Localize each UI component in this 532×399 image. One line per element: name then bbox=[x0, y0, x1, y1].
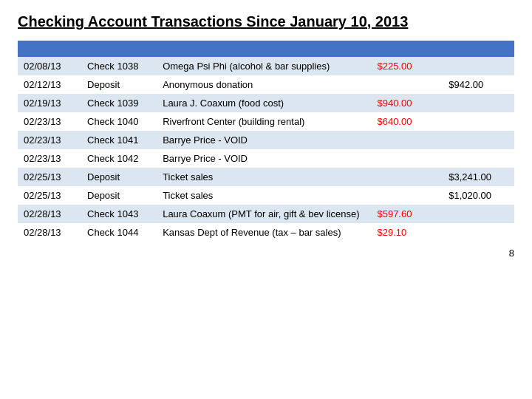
cell-date: 02/25/13 bbox=[18, 168, 81, 186]
table-row: 02/25/13DepositTicket sales$3,241.00 bbox=[18, 168, 514, 186]
cell-type: Check 1039 bbox=[81, 94, 157, 112]
cell-debit: $640.00 bbox=[371, 112, 443, 131]
cell-type: Check 1038 bbox=[81, 57, 157, 75]
table-row: 02/28/13Check 1044Kansas Dept of Revenue… bbox=[18, 223, 514, 242]
cell-debit: $597.60 bbox=[371, 205, 443, 223]
cell-description: Riverfront Center (building rental) bbox=[157, 112, 371, 131]
cell-credit bbox=[443, 94, 514, 112]
page-title: Checking Account Transactions Since Janu… bbox=[18, 13, 514, 30]
cell-type: Deposit bbox=[81, 186, 157, 205]
cell-debit: $29.10 bbox=[371, 223, 443, 242]
cell-type: Deposit bbox=[81, 168, 157, 186]
cell-debit: $225.00 bbox=[371, 57, 443, 75]
table-row: 02/23/13Check 1041Barrye Price - VOID bbox=[18, 131, 514, 149]
cell-type: Check 1044 bbox=[81, 223, 157, 242]
cell-type: Check 1041 bbox=[81, 131, 157, 149]
cell-date: 02/23/13 bbox=[18, 131, 81, 149]
cell-date: 02/23/13 bbox=[18, 149, 81, 168]
cell-credit bbox=[443, 223, 514, 242]
cell-credit bbox=[443, 131, 514, 149]
cell-date: 02/23/13 bbox=[18, 112, 81, 131]
page-number: 8 bbox=[18, 248, 514, 259]
cell-date: 02/08/13 bbox=[18, 57, 81, 75]
cell-debit bbox=[371, 131, 443, 149]
cell-description: Laura Coaxum (PMT for air, gift & bev li… bbox=[157, 205, 371, 223]
col-description bbox=[157, 41, 371, 57]
cell-description: Ticket sales bbox=[157, 168, 371, 186]
cell-description: Kansas Dept of Revenue (tax – bar sales) bbox=[157, 223, 371, 242]
cell-debit bbox=[371, 149, 443, 168]
cell-description: Barrye Price - VOID bbox=[157, 149, 371, 168]
cell-type: Check 1040 bbox=[81, 112, 157, 131]
cell-description: Ticket sales bbox=[157, 186, 371, 205]
cell-description: Anonymous donation bbox=[157, 75, 371, 94]
cell-credit bbox=[443, 149, 514, 168]
cell-description: Omega Psi Phi (alcohol & bar supplies) bbox=[157, 57, 371, 75]
table-row: 02/28/13Check 1043Laura Coaxum (PMT for … bbox=[18, 205, 514, 223]
cell-date: 02/25/13 bbox=[18, 186, 81, 205]
cell-credit: $942.00 bbox=[443, 75, 514, 94]
table-row: 02/19/13Check 1039Laura J. Coaxum (food … bbox=[18, 94, 514, 112]
table-row: 02/25/13DepositTicket sales$1,020.00 bbox=[18, 186, 514, 205]
cell-type: Check 1043 bbox=[81, 205, 157, 223]
cell-date: 02/28/13 bbox=[18, 223, 81, 242]
table-row: 02/08/13Check 1038Omega Psi Phi (alcohol… bbox=[18, 57, 514, 75]
cell-credit bbox=[443, 205, 514, 223]
cell-credit bbox=[443, 57, 514, 75]
cell-debit bbox=[371, 168, 443, 186]
cell-description: Laura J. Coaxum (food cost) bbox=[157, 94, 371, 112]
table-row: 02/23/13Check 1042Barrye Price - VOID bbox=[18, 149, 514, 168]
cell-date: 02/19/13 bbox=[18, 94, 81, 112]
table-row: 02/12/13DepositAnonymous donation$942.00 bbox=[18, 75, 514, 94]
cell-type: Deposit bbox=[81, 75, 157, 94]
cell-description: Barrye Price - VOID bbox=[157, 131, 371, 149]
cell-date: 02/12/13 bbox=[18, 75, 81, 94]
cell-credit: $1,020.00 bbox=[443, 186, 514, 205]
col-debit bbox=[371, 41, 443, 57]
col-credit bbox=[443, 41, 514, 57]
cell-debit bbox=[371, 75, 443, 94]
cell-credit: $3,241.00 bbox=[443, 168, 514, 186]
cell-credit bbox=[443, 112, 514, 131]
col-date bbox=[18, 41, 81, 57]
col-type bbox=[81, 41, 157, 57]
cell-debit bbox=[371, 186, 443, 205]
cell-type: Check 1042 bbox=[81, 149, 157, 168]
table-row: 02/23/13Check 1040Riverfront Center (bui… bbox=[18, 112, 514, 131]
cell-debit: $940.00 bbox=[371, 94, 443, 112]
cell-date: 02/28/13 bbox=[18, 205, 81, 223]
transactions-table: 02/08/13Check 1038Omega Psi Phi (alcohol… bbox=[18, 41, 514, 242]
